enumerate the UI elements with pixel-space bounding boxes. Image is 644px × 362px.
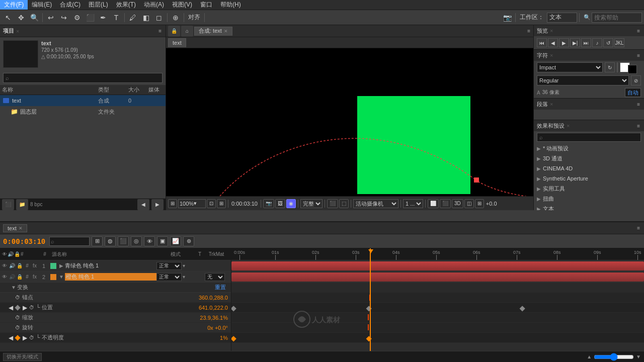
- tl-motion-blur-btn[interactable]: ◍: [105, 236, 116, 246]
- bezier-handle-1[interactable]: [474, 177, 479, 183]
- stroke-color-swatch[interactable]: [628, 65, 637, 74]
- font-none-btn[interactable]: ⊘: [631, 75, 641, 85]
- timeline-menu-btn[interactable]: ≡: [636, 225, 641, 231]
- viewer-safe-btn[interactable]: ⊞: [217, 199, 226, 208]
- layer2-visible[interactable]: 👁: [1, 274, 8, 281]
- preview-play[interactable]: ▶: [559, 38, 569, 47]
- menu-view[interactable]: 视图(V): [168, 0, 196, 10]
- effect-group-utility[interactable]: ▶ 实用工具: [534, 184, 644, 194]
- tool-comp[interactable]: ⬛: [84, 12, 96, 23]
- anchor-stopwatch[interactable]: ⏱: [14, 294, 21, 301]
- camera-select[interactable]: 活动摄像机: [353, 199, 398, 208]
- viewer-menu-btn[interactable]: ≡: [526, 28, 531, 34]
- viewer-snapshot-btn[interactable]: 📷: [263, 199, 274, 208]
- preview-jkl[interactable]: JKL: [614, 38, 624, 47]
- kf-opacity-current[interactable]: [366, 336, 372, 341]
- viewer-align-btn[interactable]: ◫: [464, 199, 474, 208]
- menu-layer[interactable]: 图层(L): [85, 0, 112, 10]
- effects-menu-btn[interactable]: ≡: [636, 123, 641, 129]
- viewer-tab-comp[interactable]: 合成: text ✕: [194, 27, 232, 36]
- preview-prev-frame[interactable]: ◀: [548, 38, 558, 47]
- preview-menu-btn[interactable]: ≡: [636, 28, 641, 34]
- tool-undo[interactable]: ↩: [45, 12, 57, 23]
- tool-eraser[interactable]: ◻: [153, 12, 165, 23]
- transform-reset-btn[interactable]: 重置: [215, 284, 230, 291]
- position-prev-key[interactable]: ◀: [7, 304, 14, 311]
- layer-select[interactable]: 1 ...: [403, 199, 423, 208]
- timeline-zoom-slider[interactable]: [594, 354, 634, 359]
- next-btn[interactable]: ▶: [151, 199, 164, 210]
- preview-last[interactable]: ⏭: [581, 38, 591, 47]
- view-quality-select[interactable]: 完整: [300, 199, 323, 208]
- kf-pos-current[interactable]: [366, 306, 372, 311]
- tl-graph-btn[interactable]: 📈: [170, 236, 181, 246]
- project-menu-btn[interactable]: ≡: [157, 28, 163, 34]
- font-name-select[interactable]: Impact: [537, 62, 603, 72]
- layer1-lock[interactable]: 🔒: [16, 262, 23, 269]
- kf-pos-end[interactable]: [520, 306, 525, 311]
- layer1-visible[interactable]: 👁: [1, 262, 8, 269]
- layer2-lock[interactable]: 🔒: [16, 274, 23, 281]
- menu-window[interactable]: 窗口: [196, 0, 216, 10]
- layer2-expand-btn[interactable]: ▼: [58, 274, 65, 280]
- tl-shy-btn[interactable]: 👁: [144, 236, 155, 246]
- tl-frame-blend-btn[interactable]: ▣: [157, 236, 168, 246]
- layer2-trk-select[interactable]: 无: [205, 273, 225, 281]
- viewer-tab-close[interactable]: ✕: [224, 29, 228, 34]
- viewer-snap-btn[interactable]: ⊞: [168, 199, 177, 208]
- new-folder-btn[interactable]: 📁: [16, 199, 28, 210]
- viewer-subtab[interactable]: text: [168, 38, 186, 47]
- transform-expand-btn[interactable]: ▼: [10, 285, 17, 290]
- effect-group-distort[interactable]: ▶ 扭曲: [534, 194, 644, 204]
- tool-settings[interactable]: ⚙: [71, 12, 83, 23]
- tool-camera[interactable]: 📷: [501, 12, 513, 23]
- effect-group-cinema4d[interactable]: ▶ CINEMA 4D: [534, 163, 644, 173]
- effects-search-input[interactable]: [537, 133, 641, 142]
- tool-select[interactable]: ↖: [2, 12, 14, 23]
- file-item-solids[interactable]: 📁 固态层 文件夹: [0, 106, 166, 117]
- timeline-tab[interactable]: text ✕: [3, 224, 27, 232]
- preview-next-frame[interactable]: ▶|: [570, 38, 580, 47]
- paragraph-menu-btn[interactable]: ≡: [636, 102, 641, 107]
- viewer-lock-btn[interactable]: 🔒: [168, 26, 180, 37]
- preview-first[interactable]: ⏮: [537, 38, 547, 47]
- kf-opacity-start[interactable]: [231, 336, 236, 341]
- position-next-key[interactable]: ▶: [21, 304, 28, 311]
- viewer-toggle-1[interactable]: ⬛: [327, 199, 338, 208]
- layer1-audio[interactable]: 🔊: [9, 262, 16, 269]
- tool-zoom[interactable]: 🔍: [28, 12, 40, 23]
- menu-edit[interactable]: 编辑(E): [28, 0, 56, 10]
- auto-kerning-btn[interactable]: 自动: [625, 88, 641, 97]
- effect-group-synthetic[interactable]: ▶ Synthetic Aperture: [534, 173, 644, 184]
- font-style-select[interactable]: Regular: [537, 75, 629, 85]
- tool-move[interactable]: ✥: [15, 12, 27, 23]
- effect-group-3d[interactable]: ▶ 3D 通道: [534, 153, 644, 163]
- tl-solo-btn[interactable]: ◎: [131, 236, 142, 246]
- viewer-guides-btn[interactable]: ⊞: [475, 199, 484, 208]
- tl-snap-btn[interactable]: ⊞: [92, 236, 103, 246]
- viewer-grid-btn[interactable]: ⊡: [207, 199, 216, 208]
- viewer-toggle-2[interactable]: ⬚: [339, 199, 349, 208]
- layer1-mode-select[interactable]: 正常: [156, 262, 182, 270]
- font-refresh-btn[interactable]: ↻: [605, 62, 615, 72]
- file-item-text[interactable]: text 合成 0: [0, 95, 166, 106]
- menu-effects[interactable]: 效果(T): [112, 0, 140, 10]
- layer1-shy[interactable]: #: [24, 262, 31, 269]
- position-stopwatch[interactable]: ⏱: [28, 304, 35, 311]
- layer1-fx[interactable]: fx: [31, 262, 38, 269]
- effect-group-presets[interactable]: ▶ * 动画预设: [534, 143, 644, 153]
- menu-help[interactable]: 帮助(H): [216, 0, 245, 10]
- effect-group-text[interactable]: ▶ 文本: [534, 204, 644, 210]
- opacity-stopwatch[interactable]: ⏱: [28, 334, 35, 341]
- transform-group-header[interactable]: ▼ 变换 重置: [0, 283, 231, 293]
- menu-animate[interactable]: 动画(A): [140, 0, 168, 10]
- search-help-input[interactable]: [592, 13, 642, 23]
- kf-pos-start[interactable]: [231, 306, 236, 311]
- menu-file[interactable]: 文件(F): [0, 0, 28, 10]
- tl-cache-btn[interactable]: ⊛: [183, 236, 194, 246]
- timeline-search-input[interactable]: [49, 237, 90, 246]
- tool-pen[interactable]: ✒: [97, 12, 109, 23]
- viewer-color-btn[interactable]: ◉: [286, 199, 296, 208]
- prev-btn[interactable]: ◀: [137, 199, 149, 210]
- scale-stopwatch[interactable]: ⏱: [14, 314, 21, 321]
